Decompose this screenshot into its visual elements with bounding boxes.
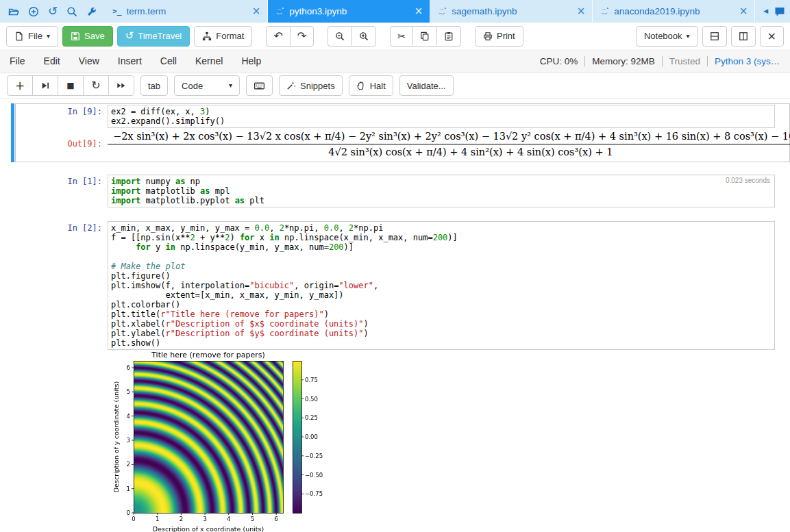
printer-icon	[483, 31, 493, 41]
menu-edit[interactable]: Edit	[44, 55, 60, 66]
new-file-icon[interactable]	[28, 6, 39, 17]
cpu-status: CPU: 0%	[533, 56, 586, 66]
menu-cell[interactable]: Cell	[160, 55, 177, 66]
scissors-icon: ✂	[397, 31, 406, 41]
split-row-icon	[710, 31, 719, 41]
close-icon: ×	[767, 31, 776, 42]
tab-sagemath-ipynb[interactable]: sagemath.ipynb ×	[430, 0, 593, 23]
step-forward-icon	[40, 81, 50, 90]
close-tab-icon[interactable]: ×	[739, 6, 748, 16]
fraction: −2x sin³(x) + 2x cos³(x) − 13√2 x cos(x …	[108, 130, 790, 158]
cell-type-value: Code	[182, 81, 203, 91]
file-icon	[14, 31, 24, 41]
in-prompt: In [9]:	[16, 105, 108, 128]
cut-button[interactable]: ✂	[390, 26, 413, 47]
save-label: Save	[84, 31, 105, 41]
caret-down-icon: ▾	[47, 33, 50, 40]
tab-python3-ipynb[interactable]: python3.ipynb ×	[268, 0, 430, 23]
matplotlib-figure	[113, 351, 325, 532]
timetravel-label: TimeTravel	[138, 31, 182, 41]
copy-icon	[420, 31, 430, 41]
fraction-numerator: −2x sin³(x) + 2x cos³(x) − 13√2 x cos(x …	[108, 130, 790, 144]
save-button[interactable]: Save	[62, 26, 113, 47]
files-folder-icon[interactable]	[8, 6, 19, 17]
split-row-button[interactable]	[702, 26, 727, 47]
out-prompt: Out[9]:	[16, 128, 108, 161]
tab-bar: ↺ >_ term.term × python3.ipynb × sagemat…	[0, 0, 790, 23]
snippets-button[interactable]: Snippets	[279, 75, 343, 96]
project-actions: ↺	[0, 0, 106, 23]
restart-kernel-button[interactable]: ↻	[83, 75, 109, 96]
validate-button[interactable]: Validate...	[399, 75, 454, 96]
copy-button[interactable]	[412, 26, 437, 47]
code-editor[interactable]: x_min, x_max, y_min, y_max = 0.0, 2*np.p…	[108, 221, 775, 350]
timetravel-button[interactable]: ↺ TimeTravel	[117, 26, 190, 47]
jupyter-icon	[437, 7, 447, 16]
tab-anaconda2019-ipynb[interactable]: anaconda2019.ipynb ×	[593, 0, 755, 23]
fraction-denominator: 4√2 sin³(x) cos(x + π/4) + 4 sin²(x) + 4…	[108, 144, 790, 158]
run-cell-button[interactable]	[32, 75, 58, 96]
menu-file[interactable]: File	[10, 55, 25, 66]
interrupt-kernel-button[interactable]: ■	[58, 75, 84, 96]
zoom-out-button[interactable]	[328, 26, 352, 47]
stop-icon: ■	[66, 81, 74, 90]
halt-button[interactable]: Halt	[349, 75, 393, 96]
code-editor[interactable]: import numpy as npimport matplotlib as m…	[108, 175, 775, 207]
activity-log-icon[interactable]: ↺	[48, 5, 58, 17]
in-prompt: In [1]:	[16, 175, 108, 207]
hand-icon	[356, 81, 366, 90]
format-button[interactable]: Format	[194, 26, 252, 47]
find-icon[interactable]	[66, 6, 77, 17]
cell-2[interactable]: In [1]: import numpy as npimport matplot…	[0, 173, 790, 209]
close-tab-icon[interactable]: ×	[252, 6, 261, 16]
refresh-icon: ↻	[91, 80, 100, 91]
tab-label: term.term	[127, 6, 247, 16]
chat-icon[interactable]	[774, 6, 785, 17]
kernel-name[interactable]: Python 3 (syste…	[708, 56, 789, 66]
tab-complete-button[interactable]: tab	[140, 75, 168, 96]
jupyter-icon	[600, 7, 609, 16]
close-tab-icon[interactable]: ×	[415, 6, 423, 16]
file-menu-button[interactable]: File ▾	[6, 26, 58, 47]
tab-label: python3.ipynb	[289, 6, 409, 16]
tab-label: anaconda2019.ipynb	[614, 6, 734, 16]
in-prompt: In [2]:	[16, 221, 108, 350]
paste-icon	[444, 31, 454, 41]
terminal-icon: >_	[112, 7, 121, 16]
chevron-left-icon[interactable]: ◀	[763, 8, 768, 14]
cell-3[interactable]: In [2]: x_min, x_max, y_min, y_max = 0.0…	[0, 220, 790, 532]
keyboard-shortcuts-button[interactable]	[246, 75, 273, 96]
math-output: −2x sin³(x) + 2x cos³(x) − 13√2 x cos(x …	[108, 128, 790, 161]
cocalc-window: ↺ >_ term.term × python3.ipynb × sagemat…	[0, 0, 790, 532]
tab-term-term[interactable]: >_ term.term ×	[106, 0, 268, 23]
redo-button[interactable]: ↷	[290, 26, 314, 47]
cell-type-select[interactable]: Code ▾	[174, 75, 240, 96]
close-frame-button[interactable]: ×	[760, 26, 784, 47]
cell-1[interactable]: In [9]: ex2 = diff(ex, x, 3)ex2.expand()…	[0, 103, 790, 162]
main-toolbar: File ▾ Save ↺ TimeTravel Format ↶ ↷ ✂	[0, 23, 790, 49]
menu-insert[interactable]: Insert	[118, 55, 142, 66]
code-editor[interactable]: ex2 = diff(ex, x, 3)ex2.expand().simplif…	[108, 105, 775, 128]
split-col-button[interactable]	[731, 26, 756, 47]
settings-wrench-icon[interactable]	[86, 6, 97, 17]
keyboard-icon	[254, 80, 265, 92]
close-tab-icon[interactable]: ×	[577, 6, 586, 16]
print-button[interactable]: Print	[475, 26, 523, 47]
notebook-menu-button[interactable]: Notebook ▾	[636, 26, 698, 47]
menu-view[interactable]: View	[79, 55, 99, 66]
execution-time: 0.023 seconds	[726, 177, 770, 184]
menu-help[interactable]: Help	[241, 55, 261, 66]
plot-output	[108, 350, 775, 532]
open-file-tabs: >_ term.term × python3.ipynb × sagemath.…	[106, 0, 755, 23]
jupyter-icon	[275, 7, 284, 16]
tab-label: sagemath.ipynb	[452, 6, 571, 16]
caret-down-icon: ▾	[687, 33, 690, 40]
undo-button[interactable]: ↶	[266, 26, 290, 47]
zoom-in-button[interactable]	[351, 26, 376, 47]
insert-cell-button[interactable]: +	[7, 75, 33, 96]
paste-button[interactable]	[436, 26, 461, 47]
notebook: In [9]: ex2 = diff(ex, x, 3)ex2.expand()…	[0, 99, 790, 532]
output-prompt-spacer	[16, 350, 108, 532]
menu-kernel[interactable]: Kernel	[195, 55, 223, 66]
run-all-button[interactable]	[108, 75, 134, 96]
